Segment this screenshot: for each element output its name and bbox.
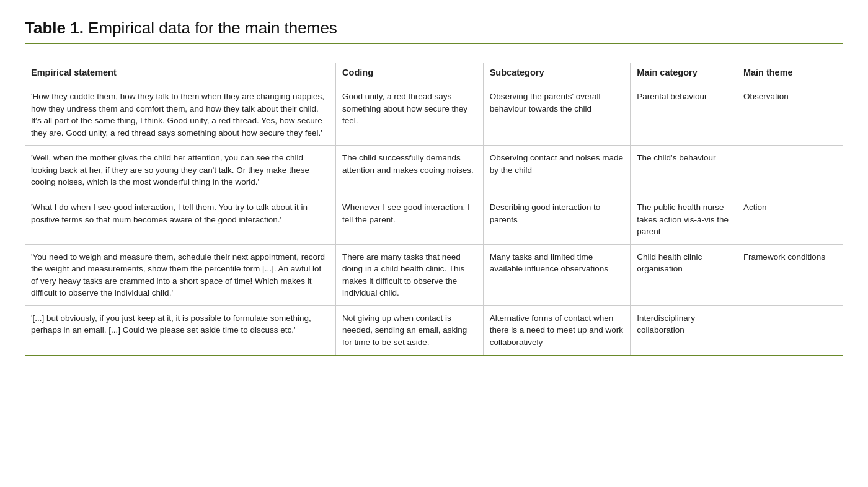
- table-row: 'Well, when the mother gives the child h…: [25, 146, 843, 195]
- cell-empirical-0: 'How they cuddle them, how they talk to …: [25, 84, 336, 146]
- cell-empirical-2: 'What I do when I see good interaction, …: [25, 195, 336, 244]
- cell-theme-1: [737, 146, 843, 195]
- table-row: 'You need to weigh and measure them, sch…: [25, 244, 843, 305]
- cell-main-3: Child health clinic organisation: [631, 244, 737, 305]
- cell-main-2: The public health nurse takes action vis…: [631, 195, 737, 244]
- cell-theme-3: Framework conditions: [737, 244, 843, 305]
- cell-empirical-3: 'You need to weigh and measure them, sch…: [25, 244, 336, 305]
- page-title: Table 1. Empirical data for the main the…: [25, 19, 843, 38]
- cell-main-1: The child's behaviour: [631, 146, 737, 195]
- cell-theme-4: [737, 305, 843, 354]
- cell-theme-2: Action: [737, 195, 843, 244]
- cell-coding-4: Not giving up when contact is needed, se…: [336, 305, 484, 354]
- col-header-theme: Main theme: [737, 63, 843, 84]
- top-divider: [25, 43, 843, 44]
- cell-coding-3: There are many tasks that need doing in …: [336, 244, 484, 305]
- main-table: Empirical statement Coding Subcategory M…: [25, 63, 843, 355]
- table-row: 'What I do when I see good interaction, …: [25, 195, 843, 244]
- cell-theme-0: Observation: [737, 84, 843, 146]
- col-header-coding: Coding: [336, 63, 484, 84]
- bottom-divider: [25, 355, 843, 356]
- col-header-empirical: Empirical statement: [25, 63, 336, 84]
- cell-sub-3: Many tasks and limited time available in…: [483, 244, 631, 305]
- cell-sub-1: Observing contact and noises made by the…: [483, 146, 631, 195]
- col-header-main: Main category: [631, 63, 737, 84]
- col-header-sub: Subcategory: [483, 63, 631, 84]
- cell-main-4: Interdisciplinary collaboration: [631, 305, 737, 354]
- cell-empirical-1: 'Well, when the mother gives the child h…: [25, 146, 336, 195]
- table-row: 'How they cuddle them, how they talk to …: [25, 84, 843, 146]
- cell-main-0: Parental behaviour: [631, 84, 737, 146]
- cell-coding-2: Whenever I see good interaction, I tell …: [336, 195, 484, 244]
- cell-coding-1: The child successfully demands attention…: [336, 146, 484, 195]
- cell-sub-0: Observing the parents' overall behaviour…: [483, 84, 631, 146]
- cell-sub-2: Describing good interaction to parents: [483, 195, 631, 244]
- cell-sub-4: Alternative forms of contact when there …: [483, 305, 631, 354]
- table-header-row: Empirical statement Coding Subcategory M…: [25, 63, 843, 84]
- table-row: '[...] but obviously, if you just keep a…: [25, 305, 843, 354]
- cell-coding-0: Good unity, a red thread says something …: [336, 84, 484, 146]
- cell-empirical-4: '[...] but obviously, if you just keep a…: [25, 305, 336, 354]
